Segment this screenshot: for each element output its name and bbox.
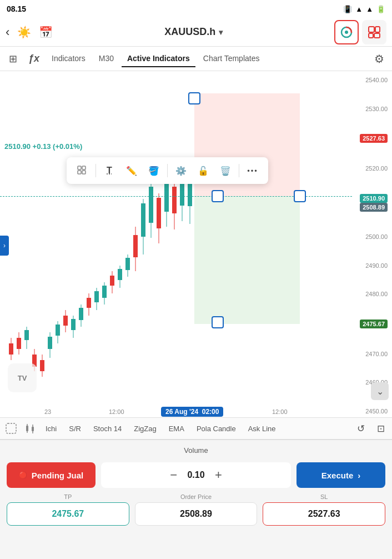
svg-rect-26	[79, 308, 83, 320]
date-badge-26aug: 26 Aug '24 02:00	[161, 408, 223, 416]
draw-icon[interactable]	[2, 420, 20, 437]
svg-rect-52	[180, 181, 184, 206]
price-2510: 2510.90 2508.89	[354, 194, 390, 212]
volume-control: − 0.10 +	[101, 462, 291, 488]
svg-rect-56	[82, 166, 86, 169]
order-price-value[interactable]: 2508.89	[135, 502, 258, 526]
svg-rect-58	[82, 171, 86, 174]
tp-field: TP 2475.67	[7, 493, 129, 526]
pending-sell-button[interactable]: 🔴 Pending Jual	[7, 462, 96, 488]
svg-rect-10	[17, 338, 21, 349]
indicator-right-icons: ↺ ⊡	[352, 420, 390, 437]
price-badge-2527: 2527.63	[360, 134, 388, 143]
price-2490: 2490.00	[354, 262, 390, 269]
tab-ema[interactable]: EMA	[163, 422, 190, 435]
execute-arrow-icon: ›	[358, 471, 360, 480]
price-axis: 2540.00 2530.00 2527.63 2520.00 2510.90 …	[352, 71, 392, 420]
svg-rect-50	[172, 187, 177, 213]
tp-label: TP	[7, 493, 129, 500]
svg-rect-32	[102, 286, 107, 298]
vibrate-icon: 📳	[343, 5, 352, 13]
sl-value[interactable]: 2527.63	[263, 502, 385, 526]
refresh-icon[interactable]: ↺	[352, 420, 370, 437]
svg-rect-55	[78, 166, 81, 169]
volume-label: Volume	[184, 446, 208, 455]
svg-rect-54	[188, 184, 192, 206]
separator-3	[239, 164, 239, 177]
svg-rect-44	[149, 187, 153, 223]
status-bar: 08.15 📳 ▲ ▲ 🔋	[0, 0, 392, 18]
paint-button[interactable]: 🪣	[144, 161, 164, 181]
calendar-icon[interactable]: 📅	[39, 26, 53, 39]
svg-rect-22	[63, 316, 68, 326]
price-badge-2475: 2475.67	[360, 320, 388, 328]
tab-sr[interactable]: S/R	[63, 422, 87, 435]
nav-tabs: ⊞ ƒx Indicators M30 Active Indicators Ch…	[0, 47, 392, 71]
scroll-button[interactable]: ⌄	[371, 382, 389, 400]
tab-askline[interactable]: Ask Line	[243, 422, 282, 435]
tab-ichi[interactable]: Ichi	[40, 422, 62, 435]
grid-button[interactable]	[72, 161, 92, 181]
svg-rect-16	[40, 360, 44, 371]
symbol-selector[interactable]: XAUUSD.h ▾	[164, 26, 223, 38]
handle-top[interactable]	[188, 92, 200, 104]
toolbar-settings-button[interactable]: ⚙️	[171, 161, 191, 181]
svg-rect-48	[164, 184, 169, 212]
trash-button[interactable]: 🗑️	[215, 161, 235, 181]
price-2530: 2530.00	[354, 106, 390, 112]
svg-rect-3	[375, 27, 380, 32]
handle-mid-left[interactable]	[212, 190, 224, 202]
layout-button[interactable]	[362, 20, 386, 44]
status-icons: 📳 ▲ ▲ 🔋	[343, 5, 385, 13]
tab-stoch[interactable]: Stoch 14	[88, 422, 127, 435]
pending-icon: 🔴	[19, 471, 27, 479]
tab-pola[interactable]: Pola Candle	[191, 422, 242, 435]
volume-minus-button[interactable]: −	[167, 468, 180, 482]
tp-value[interactable]: 2475.67	[7, 502, 129, 526]
header: ‹ ☀️ 📅 XAUUSD.h ▾	[0, 18, 392, 47]
chart-type-icon[interactable]	[21, 420, 39, 437]
svg-rect-30	[94, 291, 99, 302]
wifi-icon: ▲	[355, 5, 363, 13]
price-label: 2510.90 +0.13 (+0.01%)	[4, 142, 82, 151]
tab-zigzag[interactable]: ZigZag	[128, 422, 162, 435]
symbol-label: XAUUSD.h	[164, 26, 215, 38]
svg-rect-20	[56, 325, 60, 336]
svg-rect-8	[9, 343, 13, 355]
status-time: 08.15	[7, 4, 26, 13]
tab-active-indicators[interactable]: Active Indicators	[122, 51, 195, 67]
handle-mid-right[interactable]	[294, 190, 306, 202]
signal-icon: ▲	[366, 5, 373, 13]
header-left: ‹ ☀️ 📅	[6, 25, 53, 39]
tradingview-watermark: TV	[8, 363, 37, 392]
tab-chart-templates[interactable]: Chart Templates	[198, 51, 265, 67]
theme-icon[interactable]: ☀️	[17, 26, 31, 39]
execute-button[interactable]: Execute ›	[296, 462, 385, 488]
sync-button[interactable]	[334, 20, 359, 44]
tab-timeframe[interactable]: M30	[93, 51, 119, 67]
sync-icon	[339, 24, 354, 40]
drawing-toolbar: T ✏️ 🪣 ⚙️ 🔓 🗑️ •••	[67, 157, 268, 184]
expand-icon[interactable]: ⊡	[372, 420, 390, 437]
svg-rect-46	[157, 198, 161, 228]
svg-rect-63	[32, 427, 34, 431]
handle-bottom[interactable]	[212, 316, 224, 328]
back-button[interactable]: ‹	[6, 25, 9, 39]
sl-field: SL 2527.63	[263, 493, 385, 526]
price-badge-2508: 2508.89	[360, 203, 388, 212]
pen-button[interactable]: ✏️	[122, 161, 142, 181]
price-2450: 2450.00	[354, 408, 390, 415]
side-arrow[interactable]: ›	[0, 236, 9, 256]
settings-button[interactable]: ⚙	[371, 49, 388, 69]
indicators-icon[interactable]: ⊞	[4, 49, 22, 68]
tab-indicators[interactable]: Indicators	[46, 51, 91, 67]
price-2480: 2480.00	[354, 291, 390, 297]
svg-rect-28	[87, 298, 91, 308]
lock-button[interactable]: 🔓	[193, 161, 213, 181]
price-badge-2510: 2510.90	[360, 194, 388, 203]
text-button[interactable]: T	[99, 161, 119, 181]
volume-plus-button[interactable]: +	[212, 468, 225, 482]
fx-icon[interactable]: ƒx	[24, 49, 44, 68]
date-1200-2: 12:00	[272, 408, 288, 415]
more-button[interactable]: •••	[243, 161, 263, 181]
